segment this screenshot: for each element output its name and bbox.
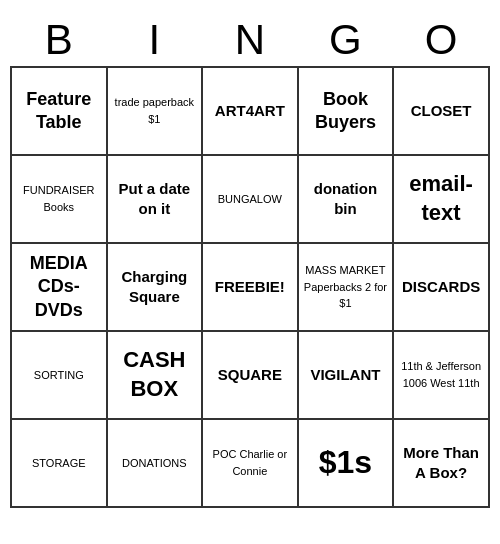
bingo-letter: I <box>107 12 202 67</box>
cell-text: CASH BOX <box>123 347 185 401</box>
bingo-row: SORTINGCASH BOXSQUAREVIGILANT11th & Jeff… <box>11 331 489 419</box>
bingo-cell: Put a date on it <box>107 155 202 243</box>
bingo-row: FUNDRAISER BooksPut a date on itBUNGALOW… <box>11 155 489 243</box>
cell-text: SQUARE <box>218 366 282 383</box>
bingo-cell: SQUARE <box>202 331 298 419</box>
bingo-cell: SORTING <box>11 331 107 419</box>
cell-text: email-text <box>409 171 473 225</box>
bingo-cell: CLOSET <box>393 67 489 155</box>
cell-text: 11th & Jefferson 1006 West 11th <box>401 360 481 389</box>
bingo-cell: DISCARDS <box>393 243 489 331</box>
bingo-cell: CASH BOX <box>107 331 202 419</box>
bingo-cell: trade paperback $1 <box>107 67 202 155</box>
bingo-row: Feature Tabletrade paperback $1ART4ARTBo… <box>11 67 489 155</box>
cell-text: Book Buyers <box>315 89 376 132</box>
cell-text: VIGILANT <box>310 366 380 383</box>
cell-text: Charging Square <box>121 268 187 305</box>
bingo-cell: FREEBIE! <box>202 243 298 331</box>
cell-text: Feature Table <box>26 89 91 132</box>
cell-text: ART4ART <box>215 102 285 119</box>
cell-text: FUNDRAISER Books <box>23 184 95 213</box>
bingo-cell: More Than A Box? <box>393 419 489 507</box>
cell-text: POC Charlie or Connie <box>213 448 288 477</box>
cell-text: MEDIA CDs-DVDs <box>30 253 88 320</box>
cell-text: DISCARDS <box>402 278 480 295</box>
bingo-cell: VIGILANT <box>298 331 394 419</box>
bingo-cell: MEDIA CDs-DVDs <box>11 243 107 331</box>
bingo-row: STORAGEDONATIONSPOC Charlie or Connie$1s… <box>11 419 489 507</box>
bingo-letter: O <box>393 12 489 67</box>
cell-text: trade paperback $1 <box>115 96 195 125</box>
cell-text: More Than A Box? <box>403 444 479 481</box>
bingo-letter: N <box>202 12 298 67</box>
bingo-cell: BUNGALOW <box>202 155 298 243</box>
bingo-letter: B <box>11 12 107 67</box>
bingo-cell: POC Charlie or Connie <box>202 419 298 507</box>
bingo-cell: ART4ART <box>202 67 298 155</box>
bingo-cell: DONATIONS <box>107 419 202 507</box>
cell-text: MASS MARKET Paperbacks 2 for $1 <box>304 264 387 310</box>
bingo-header <box>10 0 490 12</box>
bingo-cell: email-text <box>393 155 489 243</box>
bingo-row: MEDIA CDs-DVDsCharging SquareFREEBIE!MAS… <box>11 243 489 331</box>
cell-text: STORAGE <box>32 457 86 469</box>
bingo-cell: donation bin <box>298 155 394 243</box>
cell-text: donation bin <box>314 180 377 217</box>
bingo-cell: 11th & Jefferson 1006 West 11th <box>393 331 489 419</box>
cell-text: FREEBIE! <box>215 278 285 295</box>
bingo-cell: Feature Table <box>11 67 107 155</box>
cell-text: CLOSET <box>411 102 472 119</box>
bingo-table: BINGO Feature Tabletrade paperback $1ART… <box>10 12 490 508</box>
bingo-cell: Charging Square <box>107 243 202 331</box>
cell-text: DONATIONS <box>122 457 187 469</box>
bingo-letter: G <box>298 12 394 67</box>
bingo-cell: Book Buyers <box>298 67 394 155</box>
bingo-cell: STORAGE <box>11 419 107 507</box>
bingo-cell: MASS MARKET Paperbacks 2 for $1 <box>298 243 394 331</box>
bingo-cell: $1s <box>298 419 394 507</box>
cell-text: SORTING <box>34 369 84 381</box>
bingo-cell: FUNDRAISER Books <box>11 155 107 243</box>
cell-text: BUNGALOW <box>218 193 282 205</box>
cell-text: Put a date on it <box>118 180 190 217</box>
cell-text: $1s <box>319 444 372 480</box>
